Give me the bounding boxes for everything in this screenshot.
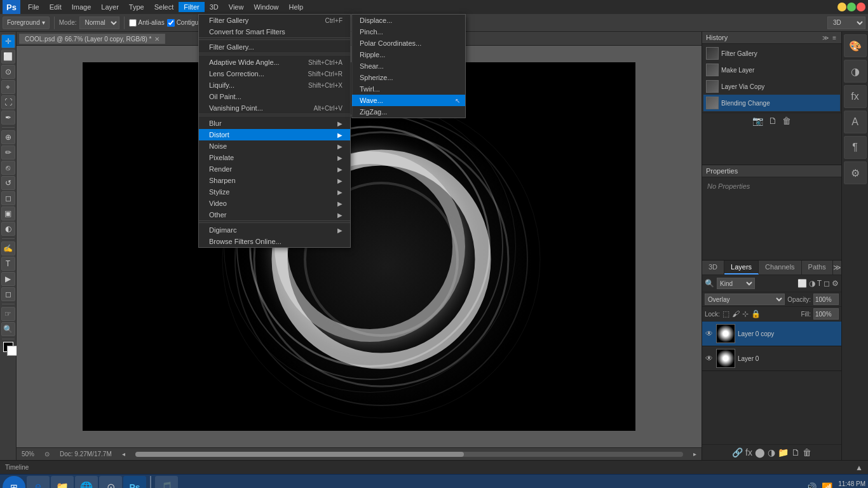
delete-layer-btn[interactable]: 🗑 <box>803 447 811 458</box>
tray-icon-2[interactable]: 📶 <box>822 482 832 489</box>
taskbar-chrome-icon[interactable]: ⊙ <box>99 476 122 489</box>
add-layer-style-btn[interactable]: fx <box>745 447 752 458</box>
new-snapshot-btn[interactable]: 📷 <box>752 116 763 126</box>
history-item-filter-gallery[interactable]: Filter Gallery <box>703 45 840 62</box>
rectangular-marquee-tool[interactable]: ⬜ <box>1 50 15 64</box>
close-button[interactable] <box>857 3 865 11</box>
path-selection-tool[interactable]: ▶ <box>1 272 15 286</box>
maximize-button[interactable] <box>847 3 856 11</box>
oil-paint-item[interactable]: Oil Paint... <box>199 91 350 102</box>
browse-filters-item[interactable]: Browse Filters Online... <box>199 236 350 247</box>
distort-polar-coords-item[interactable]: Polar Coordinates... <box>352 37 465 49</box>
add-mask-btn[interactable]: ⬤ <box>755 447 765 458</box>
distort-ripple-item[interactable]: Ripple... <box>352 49 465 60</box>
scroll-arrow-left[interactable]: ◂ <box>122 451 125 458</box>
shape-tool[interactable]: ◻ <box>1 287 15 301</box>
menu-image[interactable]: Image <box>67 2 97 12</box>
shape-filter-icon[interactable]: ◻ <box>824 279 830 288</box>
move-tool[interactable]: ✛ <box>1 34 15 48</box>
foreground-color[interactable] <box>3 342 13 352</box>
tab-layers[interactable]: Layers <box>724 261 759 274</box>
layer-kind-filter[interactable]: Kind <box>717 278 755 289</box>
zoom-tool[interactable]: 🔍 <box>1 322 15 336</box>
digimarc-item[interactable]: Digimarc ▶ <box>199 224 350 236</box>
styles-btn[interactable]: fx <box>844 85 867 108</box>
history-brush-tool[interactable]: ↺ <box>1 176 15 190</box>
layer-visibility-toggle-1[interactable]: 👁 <box>705 354 714 363</box>
tab-3d[interactable]: 3D <box>702 261 724 274</box>
3d-select[interactable]: 3D <box>827 17 865 29</box>
distort-submenu-item[interactable]: Distort ▶ <box>199 129 350 140</box>
taskbar-photoshop-icon[interactable]: Ps <box>123 476 146 489</box>
vanishing-point-item[interactable]: Vanishing Point... Alt+Ctrl+V <box>199 102 350 114</box>
hand-tool[interactable]: ☞ <box>1 307 15 321</box>
stylize-submenu-item[interactable]: Stylize ▶ <box>199 186 350 198</box>
gradient-tool[interactable]: ▣ <box>1 207 15 220</box>
new-doc-from-history-btn[interactable]: 🗋 <box>768 116 777 126</box>
create-group-btn[interactable]: 📁 <box>778 447 789 458</box>
smart-filter-icon[interactable]: ⚙ <box>832 279 839 288</box>
other-submenu-item[interactable]: Other ▶ <box>199 209 350 220</box>
foreground-tool-btn[interactable]: Foreground ▾ <box>3 17 50 29</box>
pen-tool[interactable]: ✍ <box>1 241 15 255</box>
lasso-tool[interactable]: ⊙ <box>1 65 15 79</box>
lock-image-pixels-btn[interactable]: 🖌 <box>732 309 740 318</box>
history-item-layer-via-copy[interactable]: Layer Via Copy <box>703 78 840 95</box>
convert-smart-filters-item[interactable]: Convert for Smart Filters <box>199 26 350 37</box>
lens-correction-item[interactable]: Lens Correction... Shift+Ctrl+R <box>199 68 350 79</box>
document-tab[interactable]: COOL.psd @ 66.7% (Layer 0 copy, RGB/8) *… <box>19 34 165 44</box>
history-item-make-layer[interactable]: Make Layer <box>703 62 840 78</box>
distort-spherize-item[interactable]: Spherize... <box>352 72 465 83</box>
taskbar-browser-icon[interactable]: 🌐 <box>75 476 98 489</box>
contiguous-checkbox[interactable] <box>167 19 175 27</box>
adjustment-btn[interactable]: ◑ <box>844 60 867 83</box>
color-swatch-btn[interactable]: 🎨 <box>844 34 867 57</box>
clone-stamp-tool[interactable]: ⎋ <box>1 161 15 175</box>
quick-selection-tool[interactable]: ⌖ <box>1 80 15 94</box>
pixelate-submenu-item[interactable]: Pixelate ▶ <box>199 152 350 163</box>
menu-window[interactable]: Window <box>248 2 283 12</box>
tools-options-btn[interactable]: ⚙ <box>844 161 867 184</box>
menu-view[interactable]: View <box>224 2 249 12</box>
noise-submenu-item[interactable]: Noise ▶ <box>199 140 350 152</box>
fill-input[interactable]: 100% <box>813 308 839 320</box>
blend-mode-select[interactable]: Overlay <box>705 294 785 305</box>
menu-3d[interactable]: 3D <box>205 2 224 12</box>
pixel-filter-icon[interactable]: ⬜ <box>797 279 807 288</box>
mode-select[interactable]: Normal <box>79 17 119 29</box>
menu-help[interactable]: Help <box>284 2 309 12</box>
render-submenu-item[interactable]: Render ▶ <box>199 163 350 175</box>
healing-brush-tool[interactable]: ⊕ <box>1 130 15 144</box>
menu-file[interactable]: File <box>23 2 44 12</box>
layers-expand-btn[interactable]: ≫ <box>833 263 841 272</box>
minimize-button[interactable] <box>837 3 846 11</box>
tab-close-button[interactable]: ✕ <box>154 36 159 43</box>
scroll-arrow-right[interactable]: ▸ <box>693 451 696 458</box>
link-layers-btn[interactable]: 🔗 <box>732 447 743 458</box>
history-item-blending-change[interactable]: Blending Change <box>703 95 840 111</box>
foreground-background-color[interactable] <box>3 342 13 357</box>
3d-dropdown[interactable]: 3D <box>827 17 865 29</box>
distort-pinch-item[interactable]: Pinch... <box>352 26 465 37</box>
taskbar-ie-icon[interactable]: e <box>27 476 50 489</box>
eyedropper-tool[interactable]: ✒ <box>1 111 15 125</box>
layer-row-0[interactable]: 👁 Layer 0 copy <box>702 322 841 346</box>
new-adjustment-layer-btn[interactable]: ◑ <box>768 447 775 458</box>
adjustment-filter-icon[interactable]: ◑ <box>809 279 815 288</box>
anti-alias-checkbox[interactable] <box>129 19 137 27</box>
lock-all-btn[interactable]: 🔒 <box>751 309 761 318</box>
taskbar-extra-icon[interactable]: 🎵 <box>155 476 178 489</box>
filter-gallery-dots-item[interactable]: Filter Gallery... <box>199 41 350 53</box>
taskbar-explorer-icon[interactable]: 📁 <box>51 476 74 489</box>
type-filter-icon[interactable]: T <box>817 279 822 288</box>
distort-displace-item[interactable]: Displace... <box>352 15 465 26</box>
menu-type[interactable]: Type <box>124 2 149 12</box>
menu-select[interactable]: Select <box>149 2 179 12</box>
paragraph-btn[interactable]: ¶ <box>844 136 867 159</box>
lock-position-btn[interactable]: ⊹ <box>742 309 749 318</box>
tab-paths[interactable]: Paths <box>802 261 833 274</box>
lock-transparent-pixels-btn[interactable]: ⬚ <box>722 309 729 318</box>
opacity-input[interactable]: 100% <box>813 294 839 305</box>
distort-wave-item[interactable]: Wave... ↖ <box>352 95 465 106</box>
delete-history-btn[interactable]: 🗑 <box>782 116 791 126</box>
